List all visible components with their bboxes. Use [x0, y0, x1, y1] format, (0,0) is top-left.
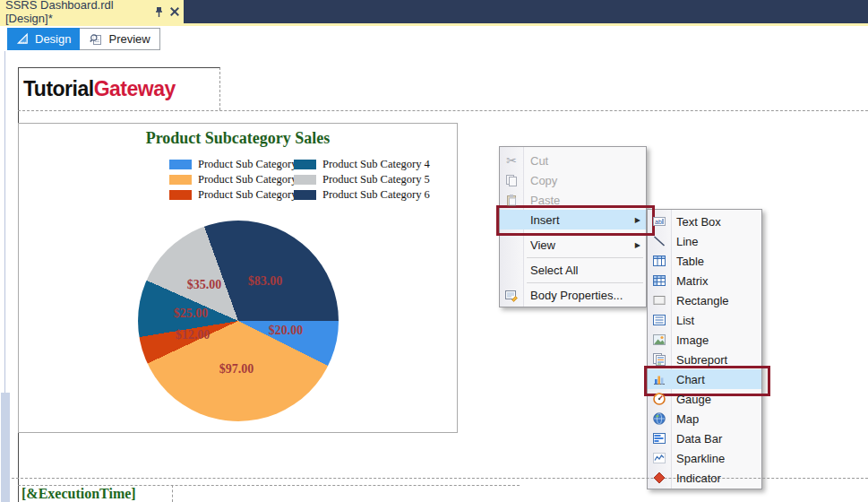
- left-ruler-line: [4, 51, 5, 393]
- legend-label: Product Sub Category 5: [322, 173, 430, 186]
- menu-item-label: Paste: [523, 194, 560, 207]
- menu-item-label: Cut: [523, 154, 548, 168]
- submenu-item-subreport[interactable]: Subreport: [648, 350, 761, 369]
- legend-label: Product Sub Category 3: [198, 188, 305, 202]
- menu-item-label: Gauge: [671, 393, 711, 406]
- execution-time-textbox[interactable]: [&ExecutionTime]: [18, 485, 173, 502]
- menu-item-paste[interactable]: Paste: [500, 190, 646, 210]
- slice-value-label: $25.00: [174, 307, 209, 321]
- rectangle-icon: [648, 293, 671, 307]
- submenu-item-text-box[interactable]: ab Text Box: [648, 212, 761, 231]
- legend-swatch: [294, 160, 316, 169]
- left-scrollbar-thumb[interactable]: [1, 393, 10, 502]
- menu-item-cut[interactable]: ✂ Cut: [500, 151, 646, 170]
- menu-item-label: List: [671, 314, 694, 327]
- menu-item-copy[interactable]: Copy: [500, 170, 646, 190]
- legend-swatch: [294, 175, 316, 185]
- submenu-item-matrix[interactable]: Matrix: [648, 271, 761, 290]
- submenu-item-line[interactable]: Line: [648, 231, 761, 251]
- submenu-arrow-icon: ▶: [635, 241, 640, 249]
- sparkline-icon: [648, 451, 671, 465]
- menu-item-view[interactable]: View ▶: [500, 235, 646, 255]
- legend-label: Product Sub Category 4: [322, 158, 430, 171]
- legend-label: Product Sub Category 2: [198, 173, 305, 186]
- tab-design-label: Design: [35, 32, 71, 46]
- document-tab[interactable]: SSRS Dashboard.rdl [Design]*: [0, 0, 184, 23]
- menu-item-label: Map: [671, 412, 699, 426]
- chart-title: Product Subcategory Sales: [19, 129, 457, 148]
- submenu-item-map[interactable]: Map: [648, 409, 761, 428]
- legend-label: Product Sub Category 6: [322, 188, 430, 202]
- properties-icon: [500, 288, 523, 302]
- slice-value-label: $35.00: [187, 278, 222, 292]
- slice-value-label: $20.00: [269, 324, 304, 338]
- legend-item: Product Sub Category 5: [294, 173, 430, 186]
- paste-icon: [500, 194, 523, 206]
- submenu-item-gauge[interactable]: Gauge: [648, 389, 761, 409]
- submenu-arrow-icon: ▶: [635, 216, 640, 224]
- scissors-icon: ✂: [500, 153, 523, 168]
- map-icon: [648, 411, 671, 426]
- legend-item: Product Sub Category 3: [169, 188, 305, 202]
- menu-item-label: Sparkline: [671, 452, 725, 465]
- submenu-item-image[interactable]: Image: [648, 330, 761, 350]
- menu-item-label: Subreport: [671, 353, 727, 367]
- line-icon: [648, 234, 671, 248]
- page-footer-divider: [12, 478, 868, 479]
- menu-item-label: Line: [671, 235, 699, 248]
- submenu-item-table[interactable]: Table: [648, 251, 761, 271]
- menu-item-label: Chart: [671, 373, 705, 386]
- submenu-item-chart[interactable]: Chart: [648, 369, 761, 389]
- insert-submenu: ab Text Box Line Table Matrix Rectangle: [647, 209, 762, 489]
- menu-item-label: Indicator: [671, 472, 721, 485]
- ruler-triangle-icon: [16, 32, 30, 46]
- list-icon: [648, 313, 671, 327]
- menu-item-label: Matrix: [671, 274, 708, 288]
- slice-value-label: $12.00: [176, 328, 211, 342]
- report-header-logo-cell[interactable]: TutorialGateway: [18, 67, 220, 110]
- execution-time-expression: [&ExecutionTime]: [18, 486, 136, 502]
- table-icon: [648, 254, 671, 268]
- context-menu: ✂ Cut Copy Paste Insert ▶ View ▶: [499, 146, 647, 307]
- pin-icon[interactable]: [154, 6, 164, 18]
- header-row-divider: [18, 110, 868, 111]
- image-icon: [648, 333, 671, 347]
- textbox-icon: ab: [648, 214, 671, 229]
- preview-magnifier-icon: [89, 32, 103, 47]
- pie: [138, 221, 339, 421]
- submenu-item-list[interactable]: List: [648, 310, 761, 330]
- subreport-icon: [648, 352, 671, 367]
- tab-design[interactable]: Design: [7, 28, 80, 50]
- submenu-item-sparkline[interactable]: Sparkline: [648, 448, 761, 468]
- legend-swatch: [169, 175, 192, 185]
- logo-text-black: Tutorial: [23, 77, 94, 100]
- svg-text:ab: ab: [655, 219, 662, 225]
- close-icon[interactable]: [170, 7, 178, 16]
- indicator-icon: [648, 471, 671, 485]
- tutorialgateway-logo: TutorialGateway: [18, 77, 176, 101]
- menu-item-label: Body Properties...: [523, 289, 623, 302]
- menu-item-select-all[interactable]: Select All: [500, 260, 646, 280]
- legend-swatch: [169, 190, 192, 200]
- submenu-item-data-bar[interactable]: Data Bar: [648, 428, 761, 448]
- menu-item-label: Text Box: [671, 215, 721, 229]
- matrix-icon: [648, 273, 671, 288]
- pie-chart-report-item[interactable]: Product Subcategory Sales Product Sub Ca…: [18, 123, 458, 433]
- menu-item-body-properties[interactable]: Body Properties...: [500, 285, 646, 305]
- menu-item-insert[interactable]: Insert ▶: [500, 210, 646, 229]
- menu-item-label: Image: [671, 333, 709, 347]
- slice-value-label: $97.00: [219, 362, 254, 376]
- ssrs-designer-window: SSRS Dashboard.rdl [Design]* Design Prev…: [0, 0, 868, 502]
- legend-item: Product Sub Category 1: [169, 158, 305, 171]
- legend-item: Product Sub Category 2: [169, 173, 305, 186]
- menu-item-label: Table: [671, 255, 704, 268]
- menu-item-label: Copy: [523, 174, 557, 187]
- tab-preview[interactable]: Preview: [80, 28, 159, 50]
- menu-item-label: Data Bar: [671, 432, 722, 446]
- document-tab-title: SSRS Dashboard.rdl [Design]*: [5, 0, 148, 25]
- legend-item: Product Sub Category 6: [294, 188, 430, 202]
- logo-text-red: Gateway: [94, 77, 176, 100]
- submenu-item-rectangle[interactable]: Rectangle: [648, 290, 761, 310]
- menu-item-label: Insert: [523, 213, 560, 227]
- tab-preview-label: Preview: [108, 32, 150, 46]
